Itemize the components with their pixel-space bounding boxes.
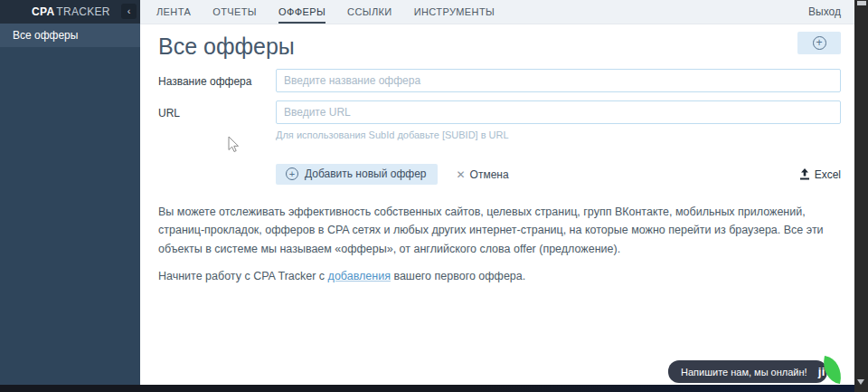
page-content: Все офферы + Название оффера URL — [140, 24, 854, 282]
description-text: Вы можете отслеживать эффективность собс… — [158, 203, 841, 258]
tab-lenta[interactable]: ЛЕНТА — [156, 0, 191, 24]
bottom-edge-bar — [0, 385, 854, 392]
cancel-label: Отмена — [470, 168, 509, 181]
main-area: ЛЕНТА ОТЧЕТЫ ОФФЕРЫ ССЫЛКИ ИНСТРУМЕНТЫ В… — [140, 0, 854, 385]
chat-message: Напишите нам, мы онлайн! — [681, 367, 807, 378]
submit-offer-button[interactable]: + Добавить новый оффер — [276, 164, 438, 185]
app-logo-bold: CPA — [32, 5, 54, 18]
scroll-up-button[interactable] — [857, 1, 866, 5]
top-navigation: ЛЕНТА ОТЧЕТЫ ОФФЕРЫ ССЫЛКИ ИНСТРУМЕНТЫ В… — [140, 0, 854, 24]
app-window: CPATRACKER ‹ Все офферы ЛЕНТА ОТЧЕТЫ ОФФ… — [0, 0, 868, 392]
plus-circle-icon: + — [813, 36, 826, 50]
tab-otchety[interactable]: ОТЧЕТЫ — [212, 0, 257, 24]
offer-url-row: URL — [158, 100, 841, 124]
form-actions: + Добавить новый оффер ✕ Отмена Excel — [158, 164, 841, 185]
offer-url-input[interactable] — [276, 100, 841, 124]
sidebar-item-all-offers[interactable]: Все офферы — [0, 24, 140, 47]
getting-started-prefix: Начните работу с CPA Tracker с — [158, 270, 328, 282]
excel-label: Excel — [815, 168, 841, 181]
add-first-offer-link[interactable]: добавления — [328, 270, 391, 282]
plus-circle-icon: + — [286, 167, 298, 180]
cancel-button[interactable]: ✕ Отмена — [456, 168, 508, 181]
offer-form: Название оффера URL Для использования Su… — [158, 69, 841, 185]
getting-started-suffix: вашего первого оффера. — [391, 270, 525, 282]
offer-url-label: URL — [158, 100, 276, 124]
sidebar-header: CPATRACKER ‹ — [0, 0, 140, 24]
upload-icon — [799, 168, 810, 180]
title-row: Все офферы + — [158, 32, 841, 60]
offer-name-row: Название оффера — [158, 69, 841, 92]
subid-hint: Для использования SubId добавьте [SUBID]… — [276, 129, 841, 140]
getting-started-text: Начните работу с CPA Tracker с добавлени… — [158, 270, 841, 282]
close-icon: ✕ — [456, 168, 465, 181]
page-title: Все офферы — [158, 33, 295, 60]
jivo-chat-widget[interactable]: Напишите нам, мы онлайн! jivo — [668, 360, 827, 383]
sidebar-item-label: Все офферы — [13, 29, 78, 42]
submit-offer-label: Добавить новый оффер — [305, 167, 426, 180]
offer-name-label: Название оффера — [158, 69, 276, 92]
nav-tabs: ЛЕНТА ОТЧЕТЫ ОФФЕРЫ ССЫЛКИ ИНСТРУМЕНТЫ — [156, 0, 495, 24]
app-logo: CPATRACKER — [32, 5, 110, 18]
app-logo-rest: TRACKER — [56, 5, 109, 18]
sidebar-collapse-button[interactable]: ‹ — [121, 4, 137, 19]
chevron-left-icon: ‹ — [127, 6, 131, 16]
offer-name-input[interactable] — [276, 69, 841, 92]
excel-export-button[interactable]: Excel — [799, 168, 841, 181]
tab-offery[interactable]: ОФФЕРЫ — [278, 0, 326, 24]
scroll-down-arrow-icon[interactable] — [857, 379, 864, 385]
tab-ssylki[interactable]: ССЫЛКИ — [347, 0, 392, 24]
sidebar: CPATRACKER ‹ Все офферы — [0, 0, 140, 385]
add-offer-button[interactable]: + — [797, 32, 841, 54]
tab-instrumenty[interactable]: ИНСТРУМЕНТЫ — [414, 0, 495, 24]
logout-link[interactable]: Выход — [808, 0, 841, 24]
scrollbar-track[interactable] — [854, 0, 868, 392]
